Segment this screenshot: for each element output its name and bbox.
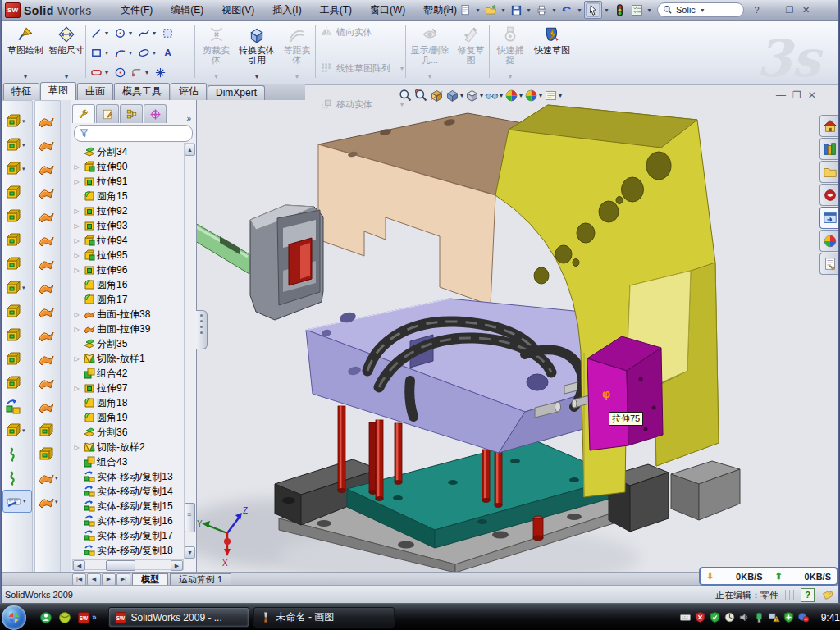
- tree-item[interactable]: 实体-移动/复制16: [72, 514, 184, 528]
- toolbar-button-rapid-sketch[interactable]: 快速草图: [533, 22, 571, 81]
- tree-item[interactable]: ▷曲面-拉伸38: [72, 307, 184, 322]
- zoom-area-button[interactable]: [414, 89, 428, 103]
- dropdown-arrow-icon[interactable]: ▾: [105, 69, 112, 76]
- tree-item[interactable]: 实体-移动/复制17: [72, 528, 184, 543]
- tree-item[interactable]: 圆角18: [72, 395, 184, 410]
- window-minimize-button[interactable]: —: [766, 3, 780, 16]
- first-tab-button[interactable]: |◀: [72, 573, 86, 586]
- tree-item[interactable]: ▷拉伸93: [72, 218, 184, 233]
- tree-item[interactable]: 圆角19: [72, 410, 184, 425]
- tree-item[interactable]: ▷拉伸92: [72, 203, 184, 218]
- select-cursor-icon[interactable]: [584, 1, 602, 19]
- tab-曲面[interactable]: 曲面: [77, 83, 113, 100]
- graphics-viewport[interactable]: φ: [197, 85, 840, 572]
- open-icon[interactable]: [482, 2, 499, 18]
- dropdown-arrow-icon[interactable]: ▾: [105, 49, 112, 57]
- tab-评估[interactable]: 评估: [171, 83, 207, 100]
- window-close-button[interactable]: ✕: [799, 3, 813, 16]
- horizontal-scroll-thumb[interactable]: [106, 560, 135, 571]
- tree-item[interactable]: 组合43: [72, 454, 184, 469]
- toolbar-button-extend-surface[interactable]: [35, 323, 60, 347]
- toolbar-grip[interactable]: [5, 102, 30, 107]
- expand-arrow-icon[interactable]: ▷: [72, 267, 81, 274]
- panel-splitter-handle[interactable]: [196, 310, 208, 349]
- expand-arrow-icon[interactable]: ▷: [72, 178, 81, 185]
- dropdown-arrow-icon[interactable]: ▾: [129, 49, 135, 57]
- doc-restore-button[interactable]: ❐: [792, 89, 801, 101]
- dropdown-arrow-icon[interactable]: ▾: [500, 92, 503, 99]
- display-style-button[interactable]: ▾: [445, 89, 463, 103]
- tree-item[interactable]: 实体-移动/复制15: [72, 499, 184, 514]
- sketch-circle-tool[interactable]: [112, 25, 128, 41]
- sketch-polygon-tool[interactable]: [112, 65, 128, 80]
- dropdown-arrow-icon[interactable]: ▾: [603, 7, 610, 14]
- dropdown-arrow-icon[interactable]: ▾: [23, 498, 26, 504]
- options-list-icon[interactable]: [628, 2, 645, 18]
- toolbar-button-linear-pattern[interactable]: ▾: [2, 276, 32, 299]
- tray-shield-red-icon[interactable]: [694, 611, 706, 623]
- tray-network-warning-icon[interactable]: !: [768, 611, 780, 623]
- featuremanager-tab-configuration-manager[interactable]: [120, 104, 143, 123]
- rebuild-icon[interactable]: [611, 2, 628, 18]
- toolbar-button-draft[interactable]: [2, 323, 32, 347]
- menu-工具T[interactable]: 工具(T): [311, 1, 361, 20]
- sketch-point-tool[interactable]: [153, 65, 168, 80]
- dropdown-arrow-icon[interactable]: ▾: [145, 69, 152, 76]
- dropdown-arrow-icon[interactable]: ▾: [129, 30, 135, 37]
- slide-clamp-part[interactable]: [250, 205, 323, 320]
- taskbar-window-paint[interactable]: 未命名 - 画图: [253, 607, 395, 628]
- dropdown-arrow-icon[interactable]: ▾: [500, 7, 507, 14]
- save-icon[interactable]: [508, 2, 524, 18]
- dropdown-arrow-icon[interactable]: ▾: [460, 92, 463, 99]
- toolbar-button-measure-tool[interactable]: ▾: [2, 490, 32, 513]
- expand-arrow-icon[interactable]: ▷: [72, 355, 81, 363]
- toolbar-button-radiate-surface[interactable]: [35, 252, 60, 276]
- dropdown-arrow-icon[interactable]: ▾: [48, 73, 85, 80]
- new-document-icon[interactable]: [457, 2, 473, 18]
- menu-编辑E[interactable]: 编辑(E): [162, 1, 212, 20]
- toolbar-button-delete-face[interactable]: [35, 418, 60, 442]
- tray-clock-scan-icon[interactable]: [724, 611, 736, 623]
- sketch-text-tool[interactable]: A: [160, 45, 176, 61]
- toolbar-button-planar-surface[interactable]: [35, 299, 60, 323]
- pin-icon[interactable]: [440, 2, 456, 18]
- scroll-right-button[interactable]: ▶: [171, 560, 183, 571]
- taskbar-window-solidworks[interactable]: SWSolidWorks 2009 - ...: [108, 607, 249, 628]
- toolbar-button-rib[interactable]: [2, 299, 32, 323]
- toolbar-button-knit-surface[interactable]: [35, 276, 60, 299]
- tree-item[interactable]: ▷拉伸95: [72, 248, 184, 262]
- toolbar-button-extrude-boss[interactable]: ▾: [2, 109, 32, 133]
- expand-arrow-icon[interactable]: ▷: [72, 326, 81, 333]
- toolbar-button-helix[interactable]: [2, 466, 32, 490]
- tab-模具工具[interactable]: 模具工具: [114, 83, 170, 100]
- toolbar-button-fill-surface[interactable]: [35, 371, 60, 395]
- tag-icon[interactable]: [821, 589, 833, 601]
- tray-usb-green-icon[interactable]: [753, 611, 765, 623]
- next-tab-button[interactable]: ▶: [102, 573, 116, 586]
- dropdown-arrow-icon[interactable]: ▾: [22, 285, 25, 291]
- expand-arrow-icon[interactable]: ▷: [72, 385, 81, 392]
- tray-shield-plus-icon[interactable]: [783, 611, 795, 623]
- appearances-button[interactable]: ▾: [504, 89, 523, 103]
- tree-item[interactable]: 分割36: [72, 425, 184, 440]
- quick-tip-help-icon[interactable]: ?: [801, 588, 815, 602]
- tab-dimxpert[interactable]: DimXpert: [208, 85, 265, 100]
- tree-item[interactable]: 分割34: [72, 144, 184, 159]
- toolbar-button-extruded-cut[interactable]: [2, 228, 32, 252]
- toolbar-button-lofted-surface[interactable]: [35, 180, 60, 204]
- dropdown-arrow-icon[interactable]: ▾: [525, 7, 532, 14]
- tray-shield-green-icon[interactable]: [709, 611, 721, 623]
- dropdown-arrow-icon[interactable]: ▾: [22, 166, 25, 172]
- filter-input[interactable]: [93, 128, 178, 139]
- window-restore-button[interactable]: ❐: [783, 3, 797, 16]
- doc-close-button[interactable]: ✕: [808, 89, 816, 101]
- dropdown-arrow-icon[interactable]: ▾: [55, 499, 58, 505]
- toolbar-button-mid-surface[interactable]: [35, 395, 60, 418]
- toolbar-button-replace-face[interactable]: [35, 442, 60, 466]
- sketch-fillet-tool[interactable]: [129, 65, 144, 80]
- dropdown-arrow-icon[interactable]: ▾: [492, 73, 528, 80]
- toolbar-grip[interactable]: [38, 102, 57, 107]
- tree-item[interactable]: ▷曲面-拉伸39: [72, 322, 184, 336]
- toolbar-button-shell[interactable]: [2, 347, 32, 371]
- tree-filter[interactable]: [74, 125, 193, 142]
